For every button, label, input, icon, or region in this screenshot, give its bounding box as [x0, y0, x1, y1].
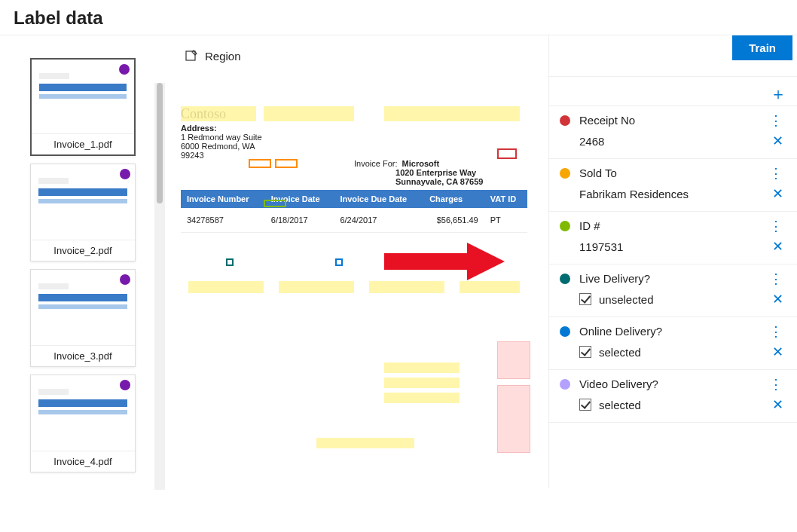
checkbox-icon — [579, 399, 591, 411]
clear-field-icon[interactable]: ✕ — [769, 185, 786, 202]
field-name-label: Sold To — [579, 167, 766, 179]
highlight — [384, 106, 520, 121]
train-button[interactable]: Train — [732, 35, 792, 60]
thumbnail-item[interactable]: Invoice_3.pdf — [30, 269, 136, 367]
address-line: 1 Redmond way Suite — [181, 133, 527, 142]
field-more-icon[interactable]: ⋮ — [766, 170, 786, 177]
field-color-dot — [560, 326, 570, 337]
fields-panel: Train ＋ Receipt No⋮2468✕Sold To⋮Fabrikam… — [548, 35, 797, 488]
field-value: unselected — [599, 293, 769, 306]
field-item[interactable]: Receipt No⋮2468✕ — [549, 106, 797, 159]
invoice-for-block: Invoice For: Microsoft 1020 Enterprise W… — [354, 159, 483, 186]
thumbnail-item[interactable]: Invoice_4.pdf — [30, 375, 136, 472]
region-button[interactable]: Region — [181, 46, 246, 66]
clear-field-icon[interactable]: ✕ — [769, 133, 786, 149]
thumbnail-label: Invoice_3.pdf — [31, 345, 135, 366]
clear-field-icon[interactable]: ✕ — [769, 238, 786, 255]
field-value: selected — [599, 399, 769, 411]
field-item[interactable]: Online Delivery?⋮selected✕ — [549, 317, 797, 370]
field-color-dot — [560, 221, 570, 231]
field-value: selected — [599, 346, 769, 359]
field-color-dot — [560, 168, 570, 179]
field-color-dot — [560, 115, 570, 126]
field-name-label: Live Delivery? — [579, 272, 766, 285]
thumbnail-label: Invoice_2.pdf — [31, 240, 135, 261]
selection-box[interactable] — [497, 341, 530, 379]
thumbnail-label: Invoice_1.pdf — [32, 133, 134, 154]
clear-field-icon[interactable]: ✕ — [769, 344, 786, 360]
field-item[interactable]: Live Delivery?⋮unselected✕ — [549, 264, 797, 317]
checkbox-marker[interactable] — [335, 258, 343, 266]
field-name-label: Video Delivery? — [579, 378, 766, 390]
annotation-rect — [249, 159, 271, 168]
clear-field-icon[interactable]: ✕ — [769, 396, 786, 413]
clear-field-icon[interactable]: ✕ — [769, 291, 786, 307]
annotation-rect — [264, 200, 286, 207]
field-more-icon[interactable]: ⋮ — [766, 117, 786, 124]
selection-box[interactable] — [497, 385, 530, 453]
highlight — [188, 281, 264, 293]
checkbox-icon — [579, 346, 591, 358]
document-viewer[interactable]: Region Cont — [158, 35, 548, 488]
annotation-rect[interactable] — [497, 148, 517, 159]
field-value: 1197531 — [579, 240, 769, 253]
checkbox-marker[interactable] — [437, 258, 444, 266]
field-color-dot — [560, 379, 570, 390]
highlight — [384, 378, 460, 388]
field-value: Fabrikam Residences — [579, 188, 769, 200]
pointer-arrow — [384, 243, 520, 280]
highlight — [316, 438, 414, 448]
field-value: 2468 — [579, 135, 769, 148]
field-color-dot — [560, 274, 570, 284]
checkbox-icon — [579, 293, 591, 305]
highlight — [460, 281, 520, 293]
thumbnail-label: Invoice_4.pdf — [31, 451, 135, 472]
field-more-icon[interactable]: ⋮ — [766, 381, 786, 388]
field-name-label: ID # — [579, 219, 766, 232]
thumbnail-item[interactable]: Invoice_1.pdf — [30, 58, 136, 156]
field-more-icon[interactable]: ⋮ — [766, 328, 786, 335]
address-label: Address: — [181, 124, 527, 133]
field-more-icon[interactable]: ⋮ — [766, 275, 786, 283]
address-line: 6000 Redmond, WA — [181, 142, 527, 151]
field-name-label: Receipt No — [579, 114, 766, 127]
highlight — [384, 362, 460, 373]
highlight — [264, 106, 354, 121]
region-icon — [185, 49, 199, 63]
thumbnail-item[interactable]: Invoice_2.pdf — [30, 164, 136, 261]
invoice-table: Invoice Number Invoice Date Invoice Due … — [181, 190, 527, 233]
field-item[interactable]: Video Delivery?⋮selected✕ — [549, 370, 797, 423]
checkbox-marker[interactable] — [226, 258, 234, 266]
field-item[interactable]: Sold To⋮Fabrikam Residences✕ — [549, 159, 797, 212]
add-field-button[interactable]: ＋ — [549, 76, 797, 106]
highlight — [384, 393, 460, 403]
table-row: 34278587 6/18/2017 6/24/2017 $56,651.49 … — [181, 208, 527, 233]
highlight — [181, 106, 256, 121]
plus-icon: ＋ — [770, 84, 786, 103]
annotation-rect — [275, 159, 298, 168]
field-name-label: Online Delivery? — [579, 325, 766, 338]
svg-rect-0 — [186, 51, 195, 60]
field-item[interactable]: ID #⋮1197531✕ — [549, 212, 797, 264]
highlight — [279, 281, 354, 293]
page-title: Label data — [0, 0, 797, 35]
highlight — [369, 281, 444, 293]
thumbnail-sidebar: Invoice_1.pdf Invoice_2.pdf Invoice_3.pd… — [0, 35, 158, 488]
field-more-icon[interactable]: ⋮ — [766, 222, 786, 230]
